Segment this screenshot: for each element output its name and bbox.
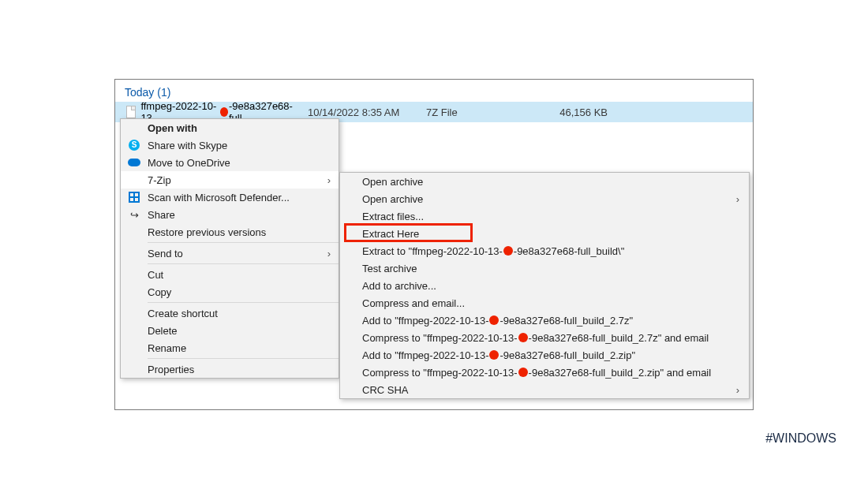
menu-move-onedrive[interactable]: Move to OneDrive xyxy=(121,154,339,171)
menu-delete[interactable]: Delete xyxy=(121,322,339,339)
redacted-dot xyxy=(220,107,228,117)
share-icon: ↪ xyxy=(128,208,140,221)
submenu-extract-files[interactable]: Extract files... xyxy=(340,207,749,225)
skype-icon: S xyxy=(128,139,140,151)
submenu-test-archive[interactable]: Test archive xyxy=(340,259,749,277)
redacted-dot xyxy=(489,315,499,325)
redacted-dot xyxy=(518,333,528,342)
menu-restore-versions[interactable]: Restore previous versions xyxy=(121,223,339,241)
file-icon xyxy=(126,106,136,118)
menu-create-shortcut[interactable]: Create shortcut xyxy=(121,304,339,322)
menu-7zip[interactable]: 7-Zip › xyxy=(121,171,339,189)
redacted-dot xyxy=(489,350,499,360)
submenu-open-archive-more[interactable]: Open archive› xyxy=(340,190,749,207)
file-size: 46,156 KB xyxy=(529,106,608,118)
submenu-extract-here[interactable]: Extract Here xyxy=(340,225,749,242)
menu-share-skype[interactable]: S Share with Skype xyxy=(121,136,339,154)
menu-open-with[interactable]: Open with xyxy=(121,119,339,136)
hashtag-label: #WINDOWS xyxy=(765,431,836,446)
7zip-submenu: Open archive Open archive› Extract files… xyxy=(339,172,750,399)
submenu-open-archive[interactable]: Open archive xyxy=(340,173,749,190)
menu-separator xyxy=(148,263,339,264)
menu-copy[interactable]: Copy xyxy=(121,283,339,300)
file-date: 10/14/2022 8:35 AM xyxy=(308,106,426,118)
submenu-add-7z[interactable]: Add to "ffmpeg-2022-10-13--9e8a327e68-fu… xyxy=(340,312,749,329)
submenu-compress-email[interactable]: Compress and email... xyxy=(340,294,749,312)
chevron-right-icon: › xyxy=(327,248,331,259)
menu-separator xyxy=(148,242,339,243)
submenu-extract-to[interactable]: Extract to "ffmpeg-2022-10-13--9e8a327e6… xyxy=(340,242,749,259)
chevron-right-icon: › xyxy=(736,193,739,205)
defender-icon xyxy=(128,191,140,203)
menu-separator xyxy=(148,358,339,359)
file-type: 7Z File xyxy=(426,106,529,118)
context-menu: Open with S Share with Skype Move to One… xyxy=(120,118,339,379)
menu-send-to[interactable]: Send to › xyxy=(121,244,339,262)
onedrive-icon xyxy=(128,156,140,169)
menu-share[interactable]: ↪ Share xyxy=(121,206,339,223)
chevron-right-icon: › xyxy=(736,384,739,396)
menu-cut[interactable]: Cut xyxy=(121,266,339,283)
submenu-compress-zip-email[interactable]: Compress to "ffmpeg-2022-10-13--9e8a327e… xyxy=(340,364,749,381)
chevron-right-icon: › xyxy=(327,174,331,186)
menu-rename[interactable]: Rename xyxy=(121,339,339,356)
submenu-add-zip[interactable]: Add to "ffmpeg-2022-10-13--9e8a327e68-fu… xyxy=(340,346,749,364)
menu-properties[interactable]: Properties xyxy=(121,360,339,378)
menu-separator xyxy=(148,302,339,303)
submenu-crc-sha[interactable]: CRC SHA› xyxy=(340,381,749,398)
menu-scan-defender[interactable]: Scan with Microsoft Defender... xyxy=(121,189,339,206)
redacted-dot xyxy=(503,246,513,256)
submenu-compress-7z-email[interactable]: Compress to "ffmpeg-2022-10-13--9e8a327e… xyxy=(340,329,749,346)
redacted-dot xyxy=(518,368,528,377)
submenu-add-to-archive[interactable]: Add to archive... xyxy=(340,277,749,294)
file-group-header: Today (1) xyxy=(115,80,753,102)
